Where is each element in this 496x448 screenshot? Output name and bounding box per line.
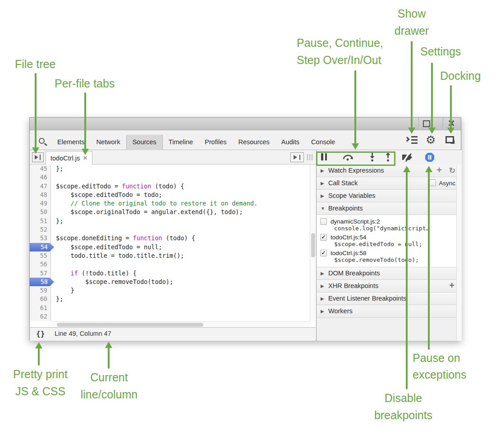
panel-resize-grip[interactable] xyxy=(307,154,315,160)
docking-icon[interactable] xyxy=(445,136,454,143)
code-line[interactable]: 61 xyxy=(30,304,316,312)
show-drawer-icon[interactable] xyxy=(405,136,418,145)
section-workers[interactable]: ▶ Workers xyxy=(317,305,462,318)
code-line[interactable]: 47$scope.editTodo = function (todo) { xyxy=(30,182,316,191)
async-checkbox[interactable] xyxy=(429,179,436,186)
annotation-file-tree: File tree xyxy=(15,56,55,72)
code-line[interactable]: 48 $scope.editedTodo = todo; xyxy=(30,191,316,199)
refresh-icon[interactable]: ↻ xyxy=(449,165,455,177)
panel-tabs: Elements Network Sources Timeline Profil… xyxy=(51,135,341,150)
page: × Elements Network Sources Timeline Prof… xyxy=(0,0,496,448)
section-event-listener-breakpoints[interactable]: ▶ Event Listener Breakpoints xyxy=(317,293,462,305)
code-editor[interactable]: 45}; 46 47$scope.editTodo = function (to… xyxy=(30,165,316,327)
annotation-per-file-tabs: Per-file tabs xyxy=(55,75,115,91)
section-call-stack[interactable]: ▶ Call Stack Async xyxy=(317,177,462,190)
code-line[interactable]: 52 xyxy=(30,225,316,234)
annotation-docking: Docking xyxy=(440,68,481,84)
section-xhr-breakpoints[interactable]: ▶ XHR Breakpoints + xyxy=(317,280,462,293)
add-xhr-breakpoint-icon[interactable]: + xyxy=(449,279,455,292)
chevron-right-icon: ▶ xyxy=(321,190,324,202)
arrow-icon xyxy=(352,143,359,150)
tab-network[interactable]: Network xyxy=(90,135,126,150)
code-line[interactable]: 45}; xyxy=(30,165,316,173)
code-line[interactable]: 55 todo.title = todo.title.trim(); xyxy=(30,251,316,260)
breakpoint-checkbox[interactable]: ✓ xyxy=(320,250,327,256)
file-tree-toggle-button[interactable] xyxy=(32,152,44,162)
disable-breakpoints-button[interactable] xyxy=(401,153,415,164)
arrow-icon xyxy=(408,128,415,134)
breakpoint-entry[interactable]: dynamicScript.js:2 console.log("dynamicS… xyxy=(317,217,462,233)
scrollbar-thumb[interactable] xyxy=(57,323,203,327)
breakpoint-marker[interactable]: 58 xyxy=(30,278,54,286)
code-line[interactable]: 53$scope.doneEditing = function (todo) { xyxy=(30,234,316,242)
code-line[interactable]: 56 xyxy=(30,260,316,269)
breakpoint-source-line: $scope.removeTodo(todo); xyxy=(320,256,446,263)
arrow-icon xyxy=(447,128,455,134)
chevron-right-icon: ▶ xyxy=(321,165,324,177)
tab-console[interactable]: Console xyxy=(305,135,341,150)
code-line[interactable]: 62 xyxy=(30,312,316,321)
play-icon xyxy=(35,155,38,160)
breakpoint-entry[interactable]: ✓todoCtrl.js:54 $scope.editedTodo = null… xyxy=(317,233,462,249)
show-navigator-button[interactable] xyxy=(290,152,304,162)
pause-on-exceptions-button[interactable] xyxy=(425,152,435,164)
search-icon[interactable] xyxy=(39,138,45,144)
file-tab-label: todoCtrl.js xyxy=(51,155,80,162)
chevron-right-icon: ▶ xyxy=(321,280,324,292)
section-watch-expressions[interactable]: ▶ Watch Expressions + ↻ xyxy=(317,165,462,177)
annotation-current-line: Currentline/column xyxy=(76,369,142,403)
tab-resources[interactable]: Resources xyxy=(232,135,275,150)
section-breakpoints[interactable]: ▼ Breakpoints xyxy=(317,202,462,215)
chevron-right-icon xyxy=(404,137,409,142)
debugger-controls-highlight xyxy=(316,151,395,166)
editor-vertical-scrollbar[interactable] xyxy=(310,165,316,321)
tab-timeline[interactable]: Timeline xyxy=(163,135,199,150)
breakpoint-checkbox[interactable]: ✓ xyxy=(320,234,327,241)
breakpoint-marker[interactable]: 54 xyxy=(30,243,54,251)
chevron-right-icon: ▶ xyxy=(321,305,324,317)
code-line[interactable]: 46 xyxy=(30,173,316,182)
annotation-settings: Settings xyxy=(420,43,461,59)
async-label: Async xyxy=(439,179,455,187)
sidebar-scrollbar[interactable] xyxy=(456,165,462,341)
scrollbar-thumb[interactable] xyxy=(311,233,315,257)
section-dom-breakpoints[interactable]: ▶ DOM Breakpoints xyxy=(317,267,462,280)
code-line[interactable]: 49 // Clone the original todo to restore… xyxy=(30,199,316,208)
code-line[interactable]: 50 $scope.originalTodo = angular.extend(… xyxy=(30,208,316,216)
code-line[interactable]: 57 if (!todo.title) { xyxy=(30,269,316,278)
line-column-indicator: Line 49, Column 47 xyxy=(55,330,111,337)
code-line[interactable]: 60}; xyxy=(30,295,316,303)
file-tab-row: todoCtrl.js× xyxy=(30,150,461,165)
arrow-icon xyxy=(35,342,42,348)
main-tabbar: Elements Network Sources Timeline Profil… xyxy=(30,130,461,150)
arrow-icon xyxy=(32,147,39,154)
arrow-icon xyxy=(403,166,410,172)
titlebar-separator xyxy=(443,118,443,130)
editor-horizontal-scrollbar[interactable] xyxy=(51,321,310,327)
breakpoint-source-line: $scope.editedTodo = null; xyxy=(320,241,446,247)
play-icon xyxy=(294,155,297,160)
settings-gear-icon[interactable]: ⚙ xyxy=(426,133,436,146)
breakpoint-checkbox[interactable] xyxy=(320,218,327,225)
code-line[interactable]: 51}; xyxy=(30,217,316,225)
tab-sources[interactable]: Sources xyxy=(126,135,163,150)
code-line-breakpoint[interactable]: 58 $scope.removeTodo(todo); xyxy=(30,278,316,286)
annotation-pause-exceptions: Pause onexceptions xyxy=(413,350,467,383)
breakpoint-source-line: console.log("dynamicScript… xyxy=(320,225,446,232)
chevron-right-icon: ▶ xyxy=(321,267,324,279)
annotation-pretty-print: Pretty printJS & CSS xyxy=(5,366,75,400)
breakpoint-entry[interactable]: ✓todoCtrl.js:58 $scope.removeTodo(todo); xyxy=(317,249,462,265)
pretty-print-button[interactable]: {} xyxy=(36,329,45,338)
section-scope-variables[interactable]: ▶ Scope Variables xyxy=(317,190,462,202)
tab-profiles[interactable]: Profiles xyxy=(199,135,232,150)
annotation-disable-breakpoints: Disablebreakpoints xyxy=(362,389,445,424)
code-line-breakpoint[interactable]: 54 $scope.editedTodo = null; xyxy=(30,243,316,251)
chevron-right-icon: ▶ xyxy=(321,177,324,189)
window-titlebar[interactable]: × xyxy=(30,118,461,130)
maximize-icon[interactable] xyxy=(423,120,430,127)
tab-audits[interactable]: Audits xyxy=(276,135,305,150)
code-line[interactable]: 59 } xyxy=(30,286,316,295)
tab-close-icon[interactable]: × xyxy=(83,154,87,162)
add-watch-icon[interactable]: + xyxy=(436,164,442,176)
arrow-icon xyxy=(425,166,432,172)
